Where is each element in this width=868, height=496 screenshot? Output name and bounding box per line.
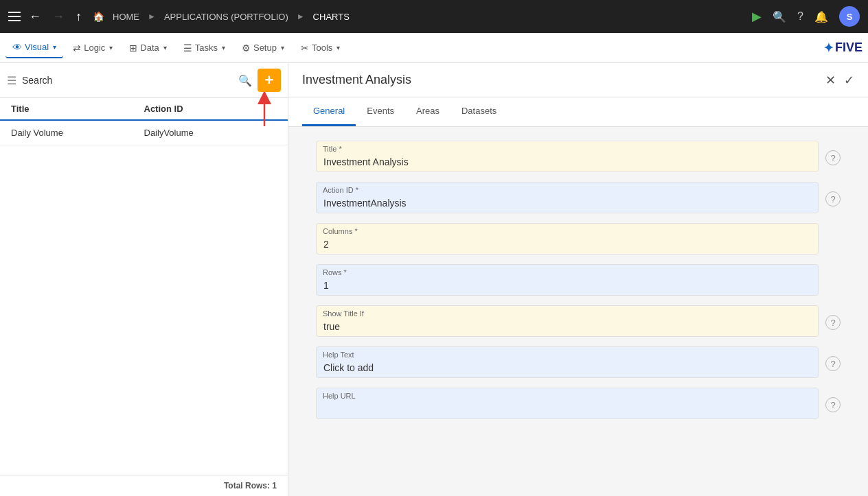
field-input-title[interactable] bbox=[316, 141, 819, 172]
help-icon-title[interactable]: ? bbox=[825, 150, 841, 165]
tasks-chevron: ▾ bbox=[222, 44, 225, 51]
five-logo: ✦ FIVE bbox=[823, 40, 863, 56]
breadcrumb-chevron-1: ► bbox=[148, 12, 156, 21]
field-label-rows: Rows * bbox=[323, 268, 347, 276]
field-group-rows: Rows * ? bbox=[316, 264, 841, 296]
field-label-helpurl: Help URL bbox=[323, 392, 356, 400]
table-header: Title Action ID bbox=[0, 98, 288, 121]
column-title-header: Title bbox=[11, 104, 144, 114]
search-bar: ☰ 🔍 + bbox=[0, 63, 288, 98]
field-wrapper-helpurl: Help URL bbox=[316, 388, 819, 419]
nav-tasks[interactable]: ☰ Tasks ▾ bbox=[176, 38, 232, 58]
filter-icon[interactable]: ☰ bbox=[7, 74, 16, 87]
field-group-title: Title * ? bbox=[316, 141, 841, 172]
tab-events[interactable]: Events bbox=[356, 97, 405, 126]
panel-title: Investment Analysis bbox=[302, 73, 817, 87]
main-area: ☰ 🔍 + Title Action ID bbox=[0, 63, 868, 496]
field-input-helptext[interactable] bbox=[316, 346, 819, 378]
field-wrapper-title: Title * bbox=[316, 141, 819, 172]
field-label-helptext: Help Text bbox=[323, 351, 354, 359]
tools-chevron: ▾ bbox=[336, 44, 340, 51]
field-group-showtitle: Show Title If ? bbox=[316, 305, 841, 337]
home-breadcrumb[interactable]: HOME bbox=[113, 12, 139, 22]
field-wrapper-showtitle: Show Title If bbox=[316, 305, 819, 337]
nav-right: ▶ 🔍 ? 🔔 S bbox=[752, 6, 860, 27]
field-input-columns[interactable] bbox=[316, 223, 819, 255]
field-group-helptext: Help Text ? bbox=[316, 346, 841, 378]
help-icon-helpurl[interactable]: ? bbox=[825, 397, 841, 412]
field-input-helpurl[interactable] bbox=[316, 388, 819, 419]
nav-setup[interactable]: ⚙ Setup ▾ bbox=[235, 38, 291, 58]
add-button[interactable]: + bbox=[258, 69, 281, 92]
data-icon: ⊞ bbox=[129, 43, 137, 54]
tasks-icon: ☰ bbox=[183, 43, 192, 54]
field-label-showtitle: Show Title If bbox=[323, 309, 364, 318]
table-footer: Total Rows: 1 bbox=[0, 475, 288, 496]
field-group-actionid: Action ID * ? bbox=[316, 182, 841, 213]
applications-breadcrumb[interactable]: APPLICATIONS (PORTFOLIO) bbox=[164, 12, 288, 22]
top-navbar: ← → ↑ 🏠 HOME ► APPLICATIONS (PORTFOLIO) … bbox=[0, 0, 868, 33]
tab-datasets[interactable]: Datasets bbox=[450, 97, 507, 126]
help-icon-showtitle[interactable]: ? bbox=[825, 315, 841, 330]
help-icon-helptext[interactable]: ? bbox=[825, 356, 841, 371]
table-row[interactable]: Daily Volume DailyVolume bbox=[0, 121, 288, 145]
nav-data[interactable]: ⊞ Data ▾ bbox=[122, 38, 173, 58]
row-actionid: DailyVolume bbox=[144, 128, 277, 138]
field-wrapper-actionid: Action ID * bbox=[316, 182, 819, 213]
notifications-icon[interactable]: 🔔 bbox=[814, 10, 828, 23]
confirm-icon[interactable]: ✓ bbox=[844, 73, 854, 88]
visual-chevron: ▾ bbox=[53, 43, 56, 51]
logic-icon: ⇄ bbox=[73, 43, 81, 54]
field-input-actionid[interactable] bbox=[316, 182, 819, 213]
tab-areas[interactable]: Areas bbox=[405, 97, 450, 126]
nav-visual[interactable]: 👁 Visual ▾ bbox=[5, 38, 63, 58]
field-label-actionid: Action ID * bbox=[323, 186, 358, 194]
nav-logic[interactable]: ⇄ Logic ▾ bbox=[66, 38, 119, 58]
field-group-columns: Columns * ? bbox=[316, 223, 841, 255]
form-content: Title * ? Action ID * ? Columns * bbox=[288, 127, 868, 496]
hamburger-menu[interactable] bbox=[8, 12, 21, 21]
home-icon[interactable]: 🏠 bbox=[90, 8, 107, 25]
nav-tools[interactable]: ✂ Tools ▾ bbox=[294, 38, 347, 58]
visual-icon: 👁 bbox=[12, 42, 22, 53]
setup-chevron: ▾ bbox=[281, 44, 284, 51]
field-wrapper-rows: Rows * bbox=[316, 264, 819, 296]
field-wrapper-helptext: Help Text bbox=[316, 346, 819, 378]
play-icon[interactable]: ▶ bbox=[752, 9, 762, 24]
tools-icon: ✂ bbox=[301, 43, 309, 54]
close-icon[interactable]: ✕ bbox=[825, 73, 836, 88]
left-panel: ☰ 🔍 + Title Action ID bbox=[0, 63, 288, 496]
right-header: Investment Analysis ✕ ✓ bbox=[288, 63, 868, 97]
back-icon[interactable]: ← bbox=[26, 7, 44, 27]
field-group-helpurl: Help URL ? bbox=[316, 388, 841, 419]
field-input-rows[interactable] bbox=[316, 264, 819, 296]
up-icon[interactable]: ↑ bbox=[73, 7, 84, 27]
search-icon[interactable]: 🔍 bbox=[238, 74, 252, 87]
user-avatar[interactable]: S bbox=[839, 6, 860, 27]
field-label-columns: Columns * bbox=[323, 227, 358, 235]
right-panel: Investment Analysis ✕ ✓ General Events A… bbox=[288, 63, 868, 496]
logic-chevron: ▾ bbox=[109, 44, 113, 51]
breadcrumb-chevron-2: ► bbox=[297, 12, 305, 21]
setup-icon: ⚙ bbox=[242, 43, 251, 54]
forward-icon[interactable]: → bbox=[49, 7, 67, 27]
tab-general[interactable]: General bbox=[302, 97, 356, 126]
field-input-showtitle[interactable] bbox=[316, 305, 819, 337]
search-input[interactable] bbox=[22, 75, 233, 86]
help-icon-actionid[interactable]: ? bbox=[825, 191, 841, 206]
help-nav-icon[interactable]: ? bbox=[797, 10, 803, 23]
data-chevron: ▾ bbox=[163, 44, 167, 51]
table-body: Daily Volume DailyVolume bbox=[0, 121, 288, 475]
field-wrapper-columns: Columns * bbox=[316, 223, 819, 255]
tabs-bar: General Events Areas Datasets bbox=[288, 97, 868, 127]
second-navbar: 👁 Visual ▾ ⇄ Logic ▾ ⊞ Data ▾ ☰ Tasks ▾ … bbox=[0, 33, 868, 63]
column-actionid-header: Action ID bbox=[144, 104, 277, 114]
field-label-title: Title * bbox=[323, 145, 342, 153]
search-nav-icon[interactable]: 🔍 bbox=[773, 10, 786, 23]
row-title: Daily Volume bbox=[11, 128, 144, 138]
charts-breadcrumb[interactable]: CHARTS bbox=[313, 12, 350, 22]
